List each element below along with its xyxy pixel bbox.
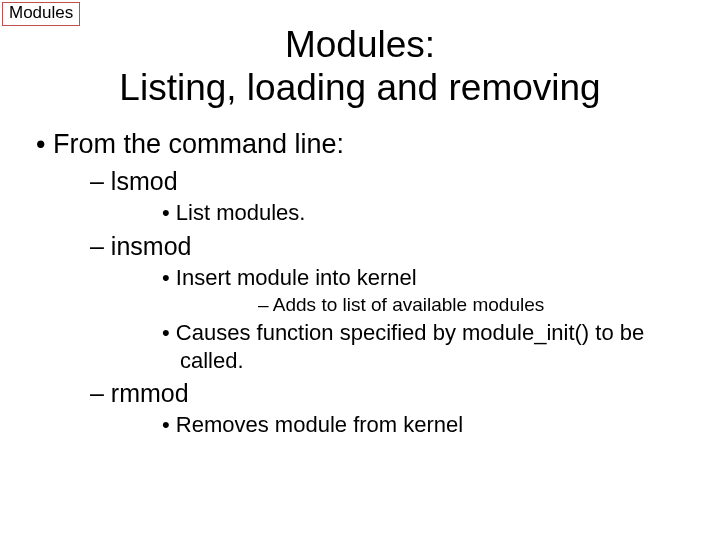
bullet-level4: Adds to list of available modules (252, 293, 686, 317)
bullet-text: rmmod (111, 379, 189, 407)
bullet-text: List modules. (176, 200, 306, 225)
bullet-level2: insmod Insert module into kernel Adds to… (80, 231, 686, 375)
bullet-text: From the command line: (53, 129, 344, 159)
topic-tag: Modules (2, 2, 80, 26)
bullet-text: Removes module from kernel (176, 412, 463, 437)
bullet-level3: Insert module into kernel Adds to list o… (156, 264, 686, 317)
slide: Modules Modules: Listing, loading and re… (0, 0, 720, 540)
bullet-level3: List modules. (156, 199, 686, 227)
bullet-level3: Causes function specified by module_init… (156, 319, 686, 374)
slide-title: Modules: Listing, loading and removing (0, 24, 720, 109)
slide-body: From the command line: lsmod List module… (36, 128, 686, 445)
bullet-text: insmod (111, 232, 192, 260)
bullet-text: lsmod (111, 167, 178, 195)
title-line-1: Modules: (285, 24, 435, 65)
bullet-level2: rmmod Removes module from kernel (80, 378, 686, 439)
bullet-text: Adds to list of available modules (273, 294, 544, 315)
bullet-level3: Removes module from kernel (156, 411, 686, 439)
bullet-level1: From the command line: lsmod List module… (36, 128, 686, 439)
bullet-level2: lsmod List modules. (80, 166, 686, 227)
bullet-text: Insert module into kernel (176, 265, 417, 290)
bullet-text: Causes function specified by module_init… (176, 320, 644, 373)
title-line-2: Listing, loading and removing (119, 67, 600, 108)
